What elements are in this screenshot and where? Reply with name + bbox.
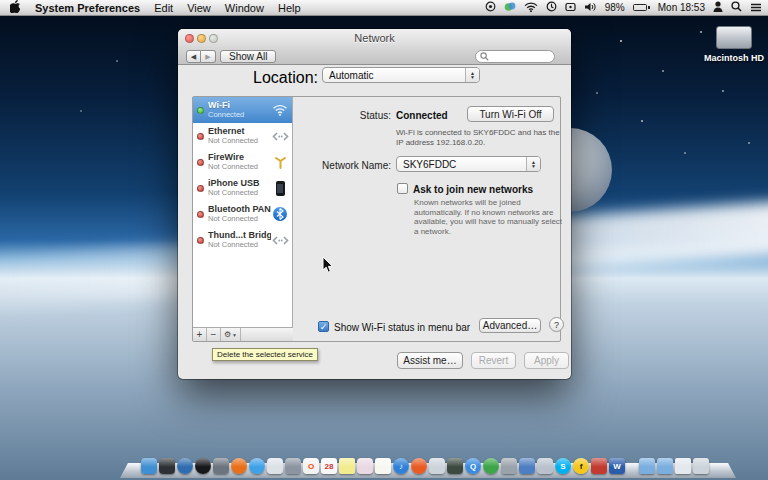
service-row-wifi[interactable]: Wi-FiConnected <box>193 97 292 123</box>
time-machine-icon[interactable] <box>546 1 557 14</box>
titlebar[interactable]: Network <box>178 29 571 47</box>
service-row-thunderbolt[interactable]: Thund...t BridgeNot Connected <box>193 227 292 253</box>
popup-stepper-icon: ▲▼ <box>526 157 540 171</box>
ethernet-icon <box>271 132 289 141</box>
show-wifi-status-checkbox[interactable]: ✓ <box>318 321 329 332</box>
forward-button[interactable]: ▶ <box>201 50 216 63</box>
dock-icon-pencil-app[interactable] <box>519 458 535 474</box>
window-content: Location: Automatic ▲▼ Wi-FiConnectedEth… <box>178 66 571 379</box>
remove-service-button[interactable]: − <box>207 328 221 341</box>
dock-icon-folder-2[interactable] <box>657 458 673 474</box>
service-row-iphone[interactable]: iPhone USBNot Connected <box>193 175 292 201</box>
dock-icon-itunes[interactable]: ♪ <box>393 458 409 474</box>
dock-icon-app-gray[interactable] <box>537 458 553 474</box>
service-row-ethernet[interactable]: EthernetNot Connected <box>193 123 292 149</box>
star <box>80 110 82 112</box>
back-button[interactable]: ◀ <box>186 50 201 63</box>
dock-icon-finder[interactable] <box>141 458 157 474</box>
zoom-button[interactable] <box>209 34 218 43</box>
dock-icon-photo-booth[interactable] <box>195 458 211 474</box>
bluetooth-icon <box>271 207 289 221</box>
sidebar-actions: + − ⚙▼ <box>193 327 293 341</box>
notification-center-icon[interactable] <box>750 2 762 14</box>
desktop: Macintosh HD System Preferences Edit Vie… <box>0 0 768 480</box>
minimize-button[interactable] <box>197 34 206 43</box>
battery-percent[interactable]: 98% <box>605 2 625 13</box>
menu-view[interactable]: View <box>187 2 211 14</box>
revert-button[interactable]: Revert <box>471 352 516 369</box>
dock-icon-iphoto-dark[interactable] <box>447 458 463 474</box>
dock-icon-utilities[interactable] <box>501 458 517 474</box>
dock-icon-dashboard[interactable] <box>177 458 193 474</box>
iphone-icon <box>271 181 289 196</box>
dock-icon-photos[interactable] <box>429 458 445 474</box>
service-gear-button[interactable]: ⚙▼ <box>221 328 241 341</box>
service-status: Connected <box>208 110 271 120</box>
star <box>662 70 664 72</box>
menu-edit[interactable]: Edit <box>154 2 173 14</box>
search-input[interactable] <box>475 50 555 63</box>
dock-icon-opera[interactable]: O <box>303 458 319 474</box>
volume-label: Macintosh HD <box>696 53 768 63</box>
dock-icon-app-dark[interactable] <box>159 458 175 474</box>
show-wifi-status-label: Show Wi-Fi status in menu bar <box>334 322 470 333</box>
dock-icon-app-orange[interactable] <box>411 458 427 474</box>
dock-icon-launchpad[interactable] <box>213 458 229 474</box>
dock: O28♪QSfW <box>141 458 709 474</box>
dock-icon-folder-1[interactable] <box>639 458 655 474</box>
dock-icon-mail[interactable] <box>267 458 283 474</box>
app-status-icon[interactable] <box>504 1 516 14</box>
dock-icon-document-stack[interactable] <box>675 458 691 474</box>
dock-icon-firefox[interactable] <box>231 458 247 474</box>
wifi-status-icon[interactable] <box>524 2 538 14</box>
status-dot-red <box>197 211 204 218</box>
dock-icon-flux[interactable]: f <box>573 458 589 474</box>
dock-icon-safari[interactable] <box>249 458 265 474</box>
spotlight-icon[interactable] <box>731 1 742 14</box>
network-name-value: SKY6FDDC <box>403 159 456 170</box>
assist-me-button[interactable]: Assist me… <box>397 352 463 369</box>
advanced-button[interactable]: Advanced… <box>479 318 541 333</box>
dock-icon-stickies[interactable] <box>339 458 355 474</box>
service-row-firewire[interactable]: FireWireNot Connected <box>193 149 292 175</box>
star <box>684 152 686 154</box>
service-row-bluetooth[interactable]: Bluetooth PANNot Connected <box>193 201 292 227</box>
apple-menu[interactable] <box>10 0 21 15</box>
dock-icon-word[interactable]: W <box>609 458 625 474</box>
menu-help[interactable]: Help <box>278 2 301 14</box>
star <box>620 40 622 42</box>
dock-icon-calendar[interactable]: 28 <box>321 458 337 474</box>
input-menu-icon[interactable] <box>565 2 576 14</box>
apply-button[interactable]: Apply <box>524 352 569 369</box>
add-service-button[interactable]: + <box>193 328 207 341</box>
battery-icon[interactable] <box>633 4 650 11</box>
network-name-popup[interactable]: SKY6FDDC ▲▼ <box>396 156 541 172</box>
ask-join-checkbox[interactable] <box>397 183 408 194</box>
dock-icon-skype[interactable]: S <box>555 458 571 474</box>
dock-icon-dictionary[interactable] <box>591 458 607 474</box>
dock-icon-app-green[interactable] <box>483 458 499 474</box>
dock-icon-trash[interactable] <box>693 458 709 474</box>
service-name: Ethernet <box>208 126 271 136</box>
star <box>748 142 750 144</box>
menu-app-name[interactable]: System Preferences <box>35 2 140 14</box>
menu-window[interactable]: Window <box>225 2 264 14</box>
menubar-clock[interactable]: Mon 18:53 <box>658 2 705 13</box>
desktop-volume-macintosh-hd[interactable]: Macintosh HD <box>696 26 768 63</box>
volume-icon[interactable] <box>584 2 597 14</box>
location-popup[interactable]: Automatic ▲▼ <box>322 67 480 83</box>
show-all-button[interactable]: Show All <box>220 50 276 63</box>
record-status-icon[interactable] <box>485 1 496 14</box>
dock-icon-preview[interactable] <box>285 458 301 474</box>
dock-icon-quicktime[interactable]: Q <box>465 458 481 474</box>
dock-icon-notes[interactable] <box>375 458 391 474</box>
wifi-icon <box>271 104 289 116</box>
location-value: Automatic <box>329 70 373 81</box>
user-icon[interactable] <box>713 1 723 14</box>
dock-icon-app-pink[interactable] <box>357 458 373 474</box>
status-dot-red <box>197 185 204 192</box>
status-detail: Wi-Fi is connected to SKY6FDDC and has t… <box>396 128 561 147</box>
turn-wifi-off-button[interactable]: Turn Wi-Fi Off <box>467 106 554 122</box>
help-button[interactable]: ? <box>549 317 564 332</box>
close-button[interactable] <box>185 34 194 43</box>
